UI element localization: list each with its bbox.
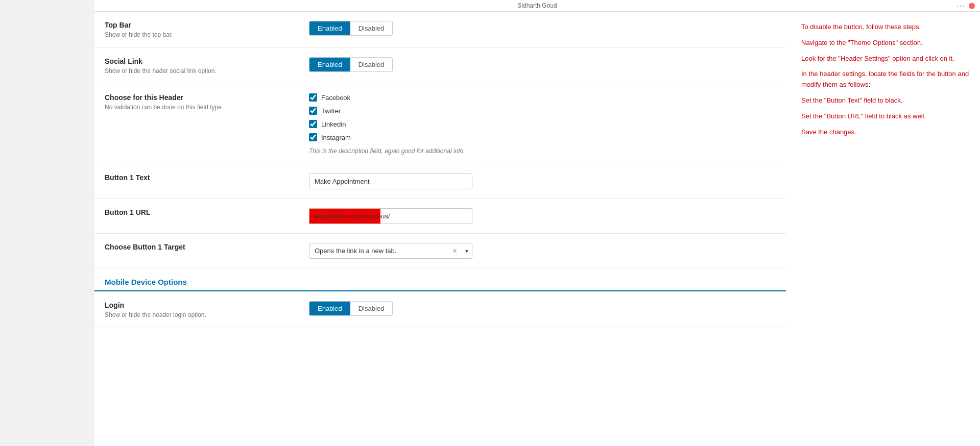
header-title: Sidharth Goud <box>517 2 557 9</box>
settings-panel: Top Bar Show or hide the top bar. Enable… <box>94 12 786 328</box>
login-description: Show or hide the header login option. <box>105 311 299 318</box>
choose-header-control: Facebook Twitter Linkedin <box>309 93 776 155</box>
top-bar-disabled-btn[interactable]: Disabled <box>350 21 393 35</box>
top-bar-setting: Top Bar Show or hide the top bar. Enable… <box>94 12 786 48</box>
helper-step4a: Set the "Button Text" field to black. <box>801 95 970 106</box>
helper-step1: Navigate to the "Theme Options" section. <box>801 38 970 48</box>
button1-url-label: Button 1 URL <box>105 208 299 216</box>
linkedin-checkbox[interactable] <box>309 120 317 128</box>
button1-target-label: Choose Button 1 Target <box>105 243 299 251</box>
button1-text-setting: Button 1 Text <box>94 164 786 199</box>
social-link-label: Social Link <box>105 57 299 65</box>
close-button[interactable] <box>969 3 975 9</box>
linkedin-checkbox-item: Linkedin <box>309 120 776 128</box>
button1-target-select-wrapper: Opens the link in a new tab. Opens the l… <box>309 243 472 259</box>
login-label: Login <box>105 301 299 309</box>
social-link-setting: Social Link Show or hide the hader socia… <box>94 48 786 84</box>
header-icons: ⋯ <box>957 1 975 11</box>
twitter-label: Twitter <box>321 107 341 115</box>
mobile-device-options-heading: Mobile Device Options <box>94 268 786 291</box>
button1-text-label: Button 1 Text <box>105 174 299 182</box>
login-setting: Login Show or hide the header login opti… <box>94 292 786 328</box>
sidebar <box>0 0 94 446</box>
choose-header-setting: Choose for this Header No validation can… <box>94 84 786 164</box>
helper-panel: To disable the button, follow these step… <box>786 12 980 328</box>
login-disabled-btn[interactable]: Disabled <box>350 302 393 315</box>
choose-header-label: Choose for this Header <box>105 93 299 102</box>
menu-icon[interactable]: ⋯ <box>957 1 965 11</box>
top-bar-label: Top Bar <box>105 21 299 29</box>
facebook-label: Facebook <box>321 94 350 102</box>
content-area: Top Bar Show or hide the top bar. Enable… <box>94 12 980 328</box>
instagram-checkbox-item: Instagram <box>309 133 776 141</box>
login-toggle-group: Enabled Disabled <box>309 301 393 316</box>
select-clear-button[interactable]: × <box>448 247 461 255</box>
facebook-checkbox-item: Facebook <box>309 93 776 102</box>
instagram-checkbox[interactable] <box>309 133 317 141</box>
social-link-label-col: Social Link Show or hide the hader socia… <box>105 57 299 75</box>
select-arrow-button[interactable]: ▾ <box>461 247 472 255</box>
button1-url-setting: Button 1 URL <box>94 199 786 234</box>
button1-url-input[interactable] <box>309 208 472 224</box>
choose-header-description: No validation can be done on this field … <box>105 104 299 111</box>
button1-text-label-col: Button 1 Text <box>105 174 299 184</box>
login-enabled-btn[interactable]: Enabled <box>309 302 350 315</box>
button1-url-control <box>309 208 776 224</box>
top-bar-control: Enabled Disabled <box>309 21 776 36</box>
page-header: Sidharth Goud ⋯ <box>94 0 980 12</box>
social-link-disabled-btn[interactable]: Disabled <box>350 58 393 71</box>
social-link-toggle-group: Enabled Disabled <box>309 57 393 72</box>
window-controls <box>969 3 975 9</box>
social-link-control: Enabled Disabled <box>309 57 776 72</box>
button1-url-label-col: Button 1 URL <box>105 208 299 218</box>
facebook-checkbox[interactable] <box>309 93 317 102</box>
button1-target-label-col: Choose Button 1 Target <box>105 243 299 253</box>
helper-step2: Look for the "Header Settings" option an… <box>801 54 970 64</box>
top-bar-description: Show or hide the top bar. <box>105 31 299 38</box>
top-bar-label-col: Top Bar Show or hide the top bar. <box>105 21 299 38</box>
twitter-checkbox[interactable] <box>309 107 317 115</box>
checkbox-field-description: This is the description field, again goo… <box>309 147 776 155</box>
twitter-checkbox-item: Twitter <box>309 107 776 115</box>
login-label-col: Login Show or hide the header login opti… <box>105 301 299 318</box>
instagram-label: Instagram <box>321 134 351 141</box>
helper-step4c: Save the changes. <box>801 127 970 138</box>
choose-header-label-col: Choose for this Header No validation can… <box>105 93 299 111</box>
url-input-wrapper <box>309 208 472 224</box>
button1-text-input[interactable] <box>309 174 472 189</box>
login-control: Enabled Disabled <box>309 301 776 316</box>
linkedin-label: Linkedin <box>321 120 346 128</box>
button1-target-setting: Choose Button 1 Target Opens the link in… <box>94 234 786 268</box>
social-checkbox-group: Facebook Twitter Linkedin <box>309 93 776 141</box>
social-link-enabled-btn[interactable]: Enabled <box>309 58 350 71</box>
button1-target-control: Opens the link in a new tab. Opens the l… <box>309 243 776 259</box>
select-controls: × ▾ <box>448 243 472 259</box>
top-bar-enabled-btn[interactable]: Enabled <box>309 21 350 35</box>
button1-text-control <box>309 174 776 189</box>
helper-step4b: Set the "Button URL" field to black as w… <box>801 111 970 122</box>
main-content: Sidharth Goud ⋯ Top Bar Show or hide the… <box>94 0 980 446</box>
helper-step3: In the header settings, locate the field… <box>801 69 970 90</box>
top-bar-toggle-group: Enabled Disabled <box>309 21 393 36</box>
social-link-description: Show or hide the hader social link optio… <box>105 67 299 75</box>
helper-steps-title: To disable the button, follow these step… <box>801 22 970 33</box>
helper-text: To disable the button, follow these step… <box>801 22 970 137</box>
